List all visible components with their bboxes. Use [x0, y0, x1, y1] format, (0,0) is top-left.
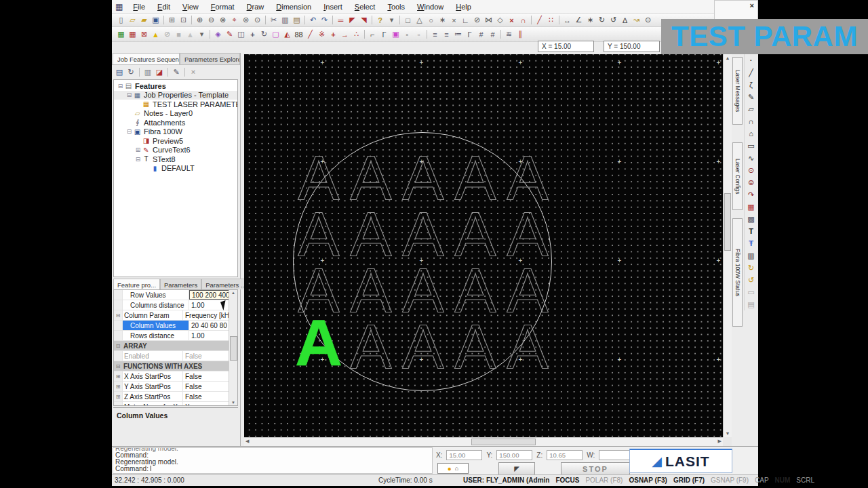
scroll-down-icon[interactable]: ▼ — [724, 431, 732, 436]
pointer-button[interactable]: ◤ — [498, 462, 535, 475]
move-icon[interactable]: + — [247, 29, 258, 40]
export-job-icon[interactable]: ▤ — [114, 67, 125, 77]
draw-freehand-icon[interactable]: ✎ — [224, 29, 235, 40]
corner-tool-1-icon[interactable]: ⌐ — [367, 29, 378, 40]
tree-item-preview5[interactable]: ◨Preview5 — [114, 136, 237, 146]
fill-style-2-icon[interactable]: ◥ — [358, 15, 370, 26]
status-grid-f7[interactable]: GRID (F7) — [673, 476, 705, 484]
zoom-out-icon[interactable]: ⊖ — [205, 15, 217, 26]
osnap-circle-icon[interactable]: ○ — [425, 15, 437, 26]
grid-scrollbar[interactable]: ▲▼ — [229, 290, 237, 405]
stop-button[interactable]: STOP — [561, 462, 630, 475]
menu-tools[interactable]: Tools — [381, 1, 411, 12]
node-arrow-icon[interactable]: → — [339, 29, 351, 40]
hatch-2-icon[interactable]: # — [487, 29, 498, 40]
text-tool-icon[interactable]: T — [745, 225, 757, 237]
menu-file[interactable]: File — [127, 1, 151, 12]
draw-polyline-icon[interactable]: ζ — [745, 79, 757, 91]
drawing-canvas[interactable]: AAAAAAAAAAAAAAAAAAAA++++++++++++++++++++ — [244, 54, 723, 437]
dim-triangle-icon[interactable]: ∆ — [619, 15, 631, 26]
pink-square-icon[interactable]: ▣ — [390, 29, 401, 40]
close-icon[interactable]: × — [750, 1, 754, 9]
tree-item-default[interactable]: ▮DEFAULT — [114, 164, 237, 174]
import-file-icon[interactable]: ▰ — [138, 15, 150, 26]
save-icon[interactable]: ▣ — [150, 15, 161, 26]
grid-scroll-thumb[interactable] — [230, 336, 237, 361]
mark-preview-box-icon[interactable]: ⊠ — [138, 29, 150, 40]
osnap-star-icon[interactable]: ∗ — [437, 15, 448, 26]
scroll-up-icon[interactable]: ▲ — [724, 56, 732, 60]
osnap-corner-icon[interactable]: ∟ — [460, 15, 471, 26]
rotate-axis-2-icon[interactable]: ↺ — [745, 274, 757, 286]
horizontal-scroll-thumb[interactable] — [471, 439, 536, 445]
paste-feature-icon[interactable]: ◪ — [154, 67, 165, 77]
align-4-icon[interactable]: Γ — [464, 29, 475, 40]
menu-view[interactable]: View — [176, 1, 205, 12]
delete-icon[interactable]: × — [188, 67, 199, 77]
osnap-off-icon[interactable]: × — [506, 15, 517, 26]
rotate-cw-icon[interactable]: ↻ — [596, 15, 608, 26]
scroll-right-icon[interactable]: ▶ — [718, 439, 722, 444]
status-cap[interactable]: CAP — [755, 476, 769, 484]
property-value[interactable]: 100 200 400 800 1600 — [189, 290, 229, 300]
tool-disabled-1-icon[interactable]: ▭ — [745, 286, 757, 298]
draw-line-icon[interactable]: ╱ — [745, 66, 757, 79]
property-category-functions-with-axes[interactable]: ⊟FUNCTIONS WITH AXES — [114, 361, 237, 371]
grid-points-icon[interactable]: ∷ — [545, 15, 557, 26]
property-value[interactable]: False — [183, 392, 229, 401]
expander-icon[interactable]: ⊟ — [114, 341, 122, 350]
x-field[interactable]: 15.00 — [446, 450, 482, 460]
traffic-light-green-icon[interactable]: ▦ — [115, 29, 127, 40]
line-tool-icon[interactable]: ╱ — [534, 15, 545, 26]
canvas-vertical-scrollbar[interactable]: ▲ ▼ — [723, 54, 732, 437]
osnap-diamond-icon[interactable]: ◇ — [494, 15, 506, 26]
rotate-axis-1-icon[interactable]: ↻ — [745, 262, 757, 274]
kerning-icon[interactable]: ∥ — [515, 29, 526, 40]
tree-item-features[interactable]: ⊟▤Features — [114, 81, 237, 91]
status-scrl[interactable]: SCRL — [796, 476, 814, 484]
hatch-1-icon[interactable]: # — [475, 29, 487, 40]
property-row-row-values[interactable]: Row Values100 200 400 800 1600 — [114, 290, 237, 300]
expander-icon[interactable]: ⊞ — [114, 371, 123, 381]
zoom-object-icon[interactable]: ⊚ — [240, 15, 252, 26]
corner-tool-2-icon[interactable]: Γ — [378, 29, 390, 40]
cut-icon[interactable]: ✂ — [268, 15, 279, 26]
gray-tool-1-icon[interactable]: ▪ — [401, 29, 413, 40]
draw-rectangle-icon[interactable]: ▭ — [745, 140, 757, 152]
property-row-column-param[interactable]: ⊟Column ParamFrequency [kHz] — [114, 310, 237, 321]
open-file-icon[interactable]: ▱ — [127, 15, 138, 26]
dim-grid-icon[interactable]: ∗ — [585, 15, 596, 26]
rotate-ccw-icon[interactable]: ↺ — [608, 15, 619, 26]
stop-sign-disabled-icon[interactable]: ⊘ — [161, 29, 173, 40]
status-focus[interactable]: FOCUS — [555, 476, 579, 484]
menu-dimension[interactable]: Dimension — [270, 1, 317, 12]
scroll-down-icon[interactable]: ▼ — [229, 401, 237, 405]
expander-icon[interactable]: ⊟ — [134, 156, 142, 163]
dock-tab-fibra-100w-status[interactable]: Fibra 100W Status — [732, 218, 743, 327]
draw-arc-center-icon[interactable]: ↷ — [745, 188, 757, 201]
warning-icon[interactable]: ▲ — [150, 29, 161, 40]
tab-parameters-explorer[interactable]: Parameters Explorer — [180, 53, 240, 64]
menu-draw[interactable]: Draw — [241, 1, 271, 12]
help-icon[interactable]: ? — [374, 15, 386, 26]
expander-icon[interactable]: ⊟ — [114, 310, 123, 320]
zoom-window-icon[interactable]: ⊕ — [194, 15, 205, 26]
expander-icon[interactable]: ⊞ — [114, 392, 123, 401]
menu-edit[interactable]: Edit — [151, 1, 176, 12]
draw-hatch-icon[interactable]: ▦ — [745, 201, 757, 213]
draw-circle-icon[interactable]: ⊙ — [745, 164, 757, 176]
status-gsnap-f9[interactable]: GSNAP (F9) — [711, 476, 749, 484]
draw-ellipse-icon[interactable]: ⊜ — [745, 176, 757, 188]
tree-item-fibra-100w[interactable]: ⊟▣Fibra 100W — [114, 127, 237, 137]
square-disabled-icon[interactable]: ■ — [173, 29, 184, 40]
property-value[interactable]: False — [183, 371, 229, 381]
tab-parameters[interactable]: Parameters — [160, 279, 201, 289]
dim-angular-icon[interactable]: ∠ — [573, 15, 585, 26]
zoom-previous-icon[interactable]: ⊙ — [252, 15, 263, 26]
tree-item-attachments[interactable]: ∮Attachments — [114, 118, 237, 127]
pink-rectangle-icon[interactable]: ▢ — [270, 29, 281, 40]
barcode-icon[interactable]: ▥ — [745, 249, 757, 262]
fill-style-1-icon[interactable]: ◤ — [347, 15, 358, 26]
expander-icon[interactable]: ⊞ — [114, 382, 123, 391]
draw-pencil-icon[interactable]: ✎ — [745, 91, 757, 103]
